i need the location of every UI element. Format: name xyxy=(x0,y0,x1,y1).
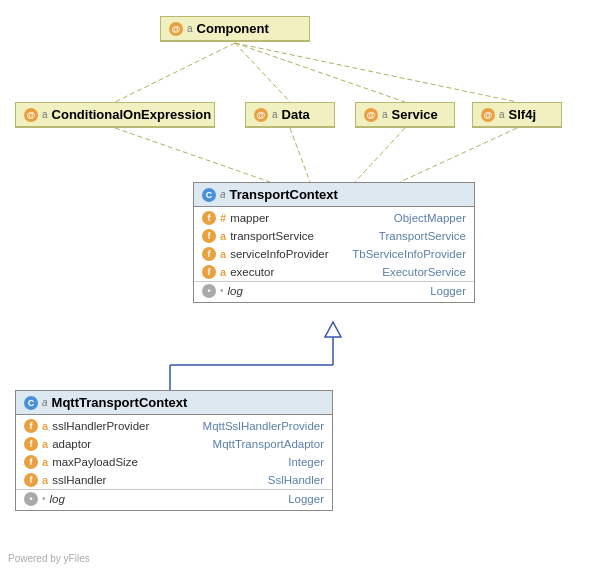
conditional-header: @ a ConditionalOnExpression xyxy=(16,103,214,127)
field-icon-8: f xyxy=(24,455,38,469)
service-header: @ a Service xyxy=(356,103,454,127)
field-icon-5: • xyxy=(202,284,216,298)
class-icon-2: C xyxy=(24,396,38,410)
svg-line-0 xyxy=(115,43,235,102)
component-header: @ a Component xyxy=(161,17,309,41)
field-icon-9: f xyxy=(24,473,38,487)
annotation-icon-3: @ xyxy=(254,108,268,122)
field-icon-6: f xyxy=(24,419,38,433)
slf4j-class: @ a Slf4j xyxy=(472,102,562,128)
mqtt-transport-context-class: C a MqttTransportContext f a sslHandlerP… xyxy=(15,390,333,511)
mqtt-transport-context-body: f a sslHandlerProvider MqttSslHandlerPro… xyxy=(16,415,332,510)
svg-line-2 xyxy=(235,43,405,102)
transport-context-class: C a TransportContext f # mapper ObjectMa… xyxy=(193,182,475,303)
field-transport-service: f a transportService TransportService xyxy=(194,227,474,245)
field-mapper: f # mapper ObjectMapper xyxy=(194,209,474,227)
transport-context-body: f # mapper ObjectMapper f a transportSer… xyxy=(194,207,474,302)
field-service-info-provider: f a serviceInfoProvider TbServiceInfoPro… xyxy=(194,245,474,263)
field-icon-2: f xyxy=(202,229,216,243)
field-executor: f a executor ExecutorService xyxy=(194,263,474,281)
service-class: @ a Service xyxy=(355,102,455,128)
field-ssl-handler-provider: f a sslHandlerProvider MqttSslHandlerPro… xyxy=(16,417,332,435)
data-class: @ a Data xyxy=(245,102,335,128)
field-max-payload-size: f a maxPayloadSize Integer xyxy=(16,453,332,471)
svg-line-6 xyxy=(355,128,405,182)
annotation-icon-2: @ xyxy=(24,108,38,122)
field-log-2: • • log Logger xyxy=(16,490,332,508)
data-header: @ a Data xyxy=(246,103,334,127)
diagram-container: @ a Component @ a ConditionalOnExpressio… xyxy=(0,0,602,572)
powered-by-label: Powered by yFiles xyxy=(8,553,90,564)
mqtt-transport-context-header: C a MqttTransportContext xyxy=(16,391,332,415)
field-icon-10: • xyxy=(24,492,38,506)
field-icon-4: f xyxy=(202,265,216,279)
slf4j-header: @ a Slf4j xyxy=(473,103,561,127)
transport-context-header: C a TransportContext xyxy=(194,183,474,207)
annotation-icon: @ xyxy=(169,22,183,36)
annotation-icon-5: @ xyxy=(481,108,495,122)
svg-line-5 xyxy=(290,128,310,182)
conditional-on-expression-class: @ a ConditionalOnExpression xyxy=(15,102,215,128)
field-adaptor: f a adaptor MqttTransportAdaptor xyxy=(16,435,332,453)
field-icon-7: f xyxy=(24,437,38,451)
svg-line-1 xyxy=(235,43,290,102)
annotation-icon-4: @ xyxy=(364,108,378,122)
svg-line-3 xyxy=(235,43,517,102)
svg-line-7 xyxy=(400,128,517,182)
svg-marker-11 xyxy=(325,322,341,337)
field-log-1: • • log Logger xyxy=(194,282,474,300)
class-icon-1: C xyxy=(202,188,216,202)
field-icon: f xyxy=(202,211,216,225)
svg-line-4 xyxy=(115,128,270,182)
component-class: @ a Component xyxy=(160,16,310,42)
field-icon-3: f xyxy=(202,247,216,261)
field-ssl-handler: f a sslHandler SslHandler xyxy=(16,471,332,489)
